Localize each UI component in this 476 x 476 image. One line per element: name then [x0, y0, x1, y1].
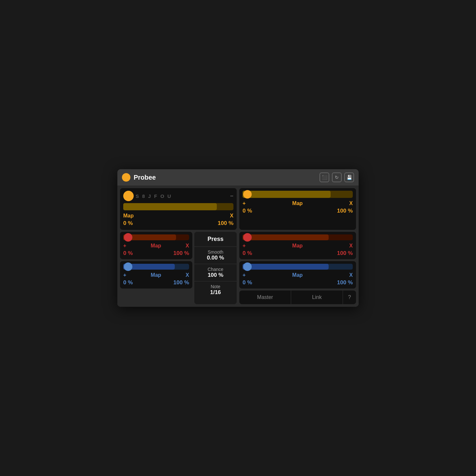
yellow-map-row-right: + Map X — [243, 201, 353, 206]
yellow-plus-right[interactable]: + — [243, 201, 245, 206]
title-icons: ⬛ ↻ 💾 — [320, 172, 354, 182]
blue-slider-track-left[interactable] — [123, 264, 189, 270]
note-section: Note 1/16 — [194, 281, 237, 298]
yellow-slider-track-top[interactable] — [123, 203, 233, 210]
yellow-top-panel-left: S 8 J F O U − Map X 0 % 100 % — [120, 188, 237, 230]
title-bar: Probee ⬛ ↻ 💾 — [117, 169, 359, 186]
red-map-label-right[interactable]: Map — [292, 243, 303, 249]
press-label[interactable]: Press — [207, 236, 223, 243]
red-panel-right: + Map X 0 % 100 % — [239, 232, 356, 259]
yellow-slider-fill-right — [243, 191, 331, 198]
red-slider-track-left[interactable] — [123, 234, 189, 240]
blue-panel-right: + Map X 0 % 100 % — [239, 261, 356, 289]
yellow-map-x[interactable]: X — [230, 213, 233, 219]
right-panels: + Map X 0 % 100 % + — [239, 232, 356, 304]
yellow-slider-fill-top — [123, 203, 217, 210]
red-range-max-left: 100 % — [173, 250, 189, 257]
blue-range-min-right: 0 % — [243, 279, 252, 286]
blue-range-max-left: 100 % — [173, 279, 189, 286]
blue-map-row-right: + Map X — [243, 272, 353, 278]
red-thumb-right[interactable] — [243, 233, 252, 242]
yellow-range-row: 0 % 100 % — [123, 220, 233, 227]
blue-plus-left[interactable]: + — [123, 272, 126, 278]
blue-panel-left: + Map X 0 % 100 % — [120, 261, 192, 289]
red-slider-track-right[interactable] — [243, 234, 353, 240]
yellow-thumb-right[interactable] — [243, 190, 252, 199]
note-label: Note — [198, 284, 233, 289]
smooth-value[interactable]: 0.00 % — [198, 255, 233, 261]
red-plus-right[interactable]: + — [243, 243, 245, 249]
red-map-row-left: + Map X — [123, 243, 189, 249]
master-button[interactable]: Master — [239, 290, 291, 304]
blue-thumb-right[interactable] — [243, 262, 252, 271]
track-letters-row: S 8 J F O U − — [123, 191, 233, 201]
bottom-bar: Master Link ? — [239, 290, 356, 304]
red-map-label-left[interactable]: Map — [151, 243, 161, 249]
letter-u: U — [168, 193, 171, 199]
chance-value[interactable]: 100 % — [198, 272, 233, 278]
red-plus-left[interactable]: + — [123, 243, 126, 249]
letter-o: O — [160, 193, 164, 199]
red-range-min-left: 0 % — [123, 250, 133, 257]
refresh-icon[interactable]: ↻ — [332, 172, 342, 182]
press-section[interactable]: Press — [194, 232, 237, 247]
red-slider-fill-right — [243, 234, 329, 240]
blue-map-label-right[interactable]: Map — [292, 272, 303, 278]
note-value[interactable]: 1/16 — [198, 289, 233, 296]
yellow-range-min: 0 % — [123, 220, 133, 227]
red-range-min-right: 0 % — [243, 250, 252, 257]
resize-icon[interactable]: ⬛ — [320, 172, 329, 182]
blue-range-row-left: 0 % 100 % — [123, 279, 189, 286]
blue-range-max-right: 100 % — [337, 279, 353, 286]
blue-map-x-right[interactable]: X — [349, 272, 353, 278]
red-range-max-right: 100 % — [337, 250, 353, 257]
yellow-panel-right: + Map X 0 % 100 % — [239, 188, 356, 230]
smooth-section: Smooth 0.00 % — [194, 247, 237, 264]
red-map-x-right[interactable]: X — [349, 243, 353, 249]
link-button[interactable]: Link — [291, 290, 343, 304]
blue-thumb-left[interactable] — [124, 262, 132, 271]
letter-f: F — [154, 193, 157, 199]
red-map-x-left[interactable]: X — [186, 243, 189, 249]
yellow-thumb-top[interactable] — [123, 191, 134, 201]
title-circle-icon — [122, 173, 130, 182]
yellow-slider-track-right[interactable] — [243, 191, 353, 198]
chance-label: Chance — [198, 267, 233, 272]
plugin-title: Probee — [134, 174, 316, 181]
red-range-row-left: 0 % 100 % — [123, 250, 189, 257]
yellow-map-x-right[interactable]: X — [349, 201, 353, 206]
minus-button[interactable]: − — [230, 193, 233, 200]
top-row: S 8 J F O U − Map X 0 % 100 % — [120, 188, 356, 230]
yellow-range-max-right: 100 % — [337, 208, 353, 214]
plugin-window: Probee ⬛ ↻ 💾 S 8 J F O U − — [117, 169, 359, 307]
save-icon[interactable]: 💾 — [344, 172, 354, 182]
yellow-range-max: 100 % — [218, 220, 233, 227]
middle-row: + Map X 0 % 100 % — [120, 232, 356, 304]
yellow-map-row: Map X — [123, 213, 233, 219]
main-content: S 8 J F O U − Map X 0 % 100 % — [117, 186, 359, 307]
yellow-map-label[interactable]: Map — [123, 213, 134, 219]
blue-map-row-left: + Map X — [123, 272, 189, 278]
yellow-range-row-right: 0 % 100 % — [243, 208, 353, 214]
red-range-row-right: 0 % 100 % — [243, 250, 353, 257]
left-center-grid: + Map X 0 % 100 % — [120, 232, 237, 304]
blue-range-row-right: 0 % 100 % — [243, 279, 353, 286]
blue-plus-right[interactable]: + — [243, 272, 245, 278]
blue-slider-fill-right — [243, 264, 329, 270]
yellow-map-label-right[interactable]: Map — [292, 201, 303, 206]
letter-8: 8 — [142, 193, 145, 199]
chance-section: Chance 100 % — [194, 264, 237, 281]
red-map-row-right: + Map X — [243, 243, 353, 249]
letter-j: J — [148, 193, 151, 199]
blue-range-min-left: 0 % — [123, 279, 133, 286]
letter-s: S — [136, 193, 139, 199]
help-button[interactable]: ? — [343, 290, 356, 304]
blue-map-label-left[interactable]: Map — [151, 272, 161, 278]
blue-slider-track-right[interactable] — [243, 264, 353, 270]
blue-map-x-left[interactable]: X — [186, 272, 189, 278]
red-panel-left: + Map X 0 % 100 % — [120, 232, 192, 259]
left-slider-panels: + Map X 0 % 100 % — [120, 232, 192, 304]
red-thumb-left[interactable] — [124, 233, 132, 242]
yellow-range-min-right: 0 % — [243, 208, 252, 214]
center-panel: Press Smooth 0.00 % Chance 100 % Note 1/… — [194, 232, 237, 304]
